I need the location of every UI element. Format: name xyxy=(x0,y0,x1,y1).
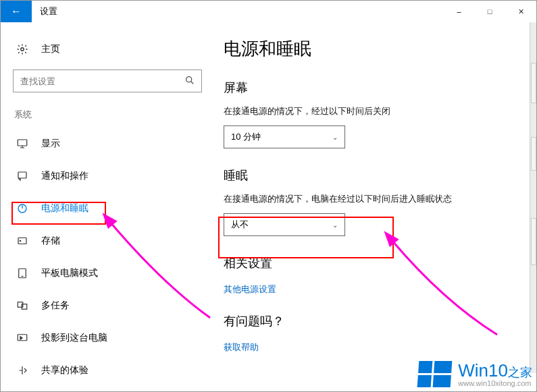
window-controls: ‒ □ ✕ xyxy=(443,1,536,22)
section-sleep-heading: 睡眠 xyxy=(224,167,523,184)
sidebar-item-power-sleep[interactable]: 电源和睡眠 xyxy=(13,192,211,225)
svg-point-6 xyxy=(20,240,21,242)
project-icon xyxy=(16,331,29,345)
watermark-text: Win10之家 www.win10xitong.com xyxy=(458,362,532,387)
main-panel: 电源和睡眠 屏幕 在接通电源的情况下，经过以下时间后关闭 10 分钟 ⌄ 睡眠 … xyxy=(224,22,536,392)
sidebar-item-label: 共享的体验 xyxy=(41,364,88,376)
close-icon: ✕ xyxy=(518,7,524,16)
svg-point-0 xyxy=(21,48,24,51)
sidebar-home[interactable]: 主页 xyxy=(13,36,211,63)
titlebar-spacer xyxy=(66,1,443,22)
tablet-icon xyxy=(16,267,29,280)
watermark-brand-sub: 之家 xyxy=(508,366,532,379)
minimize-icon: ‒ xyxy=(457,7,461,16)
sleep-timeout-value: 从不 xyxy=(231,219,249,231)
windows-logo-icon xyxy=(417,361,453,387)
get-help-link[interactable]: 获取帮助 xyxy=(224,341,259,354)
sidebar-item-storage[interactable]: 存储 xyxy=(13,225,211,257)
search-icon xyxy=(184,75,195,88)
sidebar-item-label: 多任务 xyxy=(41,300,70,312)
window-title: 设置 xyxy=(32,1,66,22)
sidebar: 主页 系统 显示 通知和操作 xyxy=(1,22,224,392)
sidebar-item-label: 平板电脑模式 xyxy=(41,267,98,279)
svg-rect-3 xyxy=(18,172,26,178)
sidebar-item-shared-experiences[interactable]: 共享的体验 xyxy=(13,354,211,387)
watermark-brand: Win10 xyxy=(458,360,508,381)
share-icon xyxy=(16,364,29,377)
sidebar-item-display[interactable]: 显示 xyxy=(13,128,211,160)
sidebar-item-projecting[interactable]: 投影到这台电脑 xyxy=(13,322,211,354)
section-related-heading: 相关设置 xyxy=(224,255,523,271)
gear-icon xyxy=(16,43,29,56)
sleep-timeout-dropdown[interactable]: 从不 ⌄ xyxy=(224,213,345,236)
sidebar-item-label: 投影到这台电脑 xyxy=(41,332,107,344)
watermark: Win10之家 www.win10xitong.com xyxy=(418,361,532,387)
monitor-icon xyxy=(16,137,29,150)
page-title: 电源和睡眠 xyxy=(224,37,523,61)
search-wrap xyxy=(13,69,211,92)
screen-desc: 在接通电源的情况下，经过以下时间后关闭 xyxy=(224,105,523,117)
storage-icon xyxy=(16,234,29,248)
back-button[interactable]: ← xyxy=(1,1,32,22)
chevron-down-icon: ⌄ xyxy=(332,134,338,141)
multitask-icon xyxy=(16,299,29,312)
content-area: 主页 系统 显示 通知和操作 xyxy=(1,22,536,392)
section-help-heading: 有问题吗？ xyxy=(224,313,523,329)
sidebar-group-label: 系统 xyxy=(14,109,211,121)
maximize-button[interactable]: □ xyxy=(474,1,505,22)
section-screen-heading: 屏幕 xyxy=(224,80,523,96)
svg-point-1 xyxy=(186,77,192,82)
sidebar-item-label: 存储 xyxy=(41,235,60,247)
screen-timeout-dropdown[interactable]: 10 分钟 ⌄ xyxy=(224,125,345,148)
watermark-url: www.win10xitong.com xyxy=(458,379,532,387)
sidebar-item-notifications[interactable]: 通知和操作 xyxy=(13,160,211,192)
right-edge-strip xyxy=(530,22,536,373)
sleep-desc: 在接通电源的情况下，电脑在经过以下时间后进入睡眠状态 xyxy=(224,193,523,205)
related-settings-link[interactable]: 其他电源设置 xyxy=(224,283,276,296)
arrow-left-icon: ← xyxy=(11,5,22,18)
maximize-icon: □ xyxy=(488,7,492,16)
sidebar-item-label: 显示 xyxy=(41,138,60,150)
sidebar-item-tablet-mode[interactable]: 平板电脑模式 xyxy=(13,257,211,289)
titlebar: ← 设置 ‒ □ ✕ xyxy=(1,1,536,22)
svg-rect-2 xyxy=(18,140,27,146)
minimize-button[interactable]: ‒ xyxy=(443,1,474,22)
sidebar-item-label: 通知和操作 xyxy=(41,170,88,182)
screen-timeout-value: 10 分钟 xyxy=(231,131,261,143)
notification-icon xyxy=(16,169,29,183)
sidebar-item-label: 电源和睡眠 xyxy=(41,202,88,215)
close-button[interactable]: ✕ xyxy=(505,1,536,22)
power-icon xyxy=(16,202,29,215)
sidebar-item-multitask[interactable]: 多任务 xyxy=(13,289,211,322)
home-label: 主页 xyxy=(41,43,60,55)
search-input[interactable] xyxy=(13,69,202,92)
chevron-down-icon: ⌄ xyxy=(332,221,338,229)
